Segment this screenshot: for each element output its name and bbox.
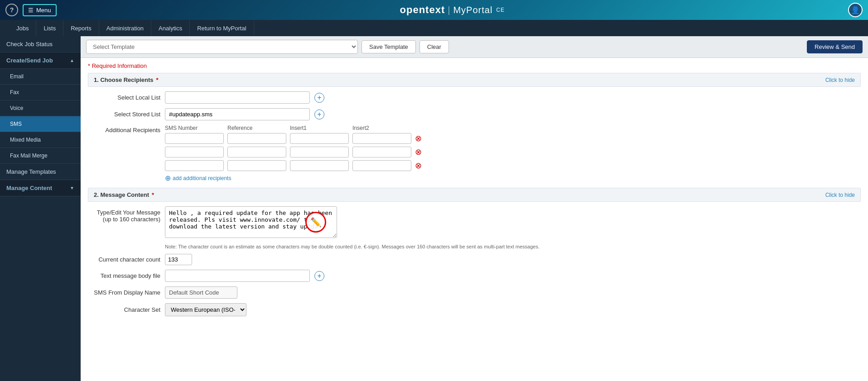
sidebar-item-create-send-job[interactable]: Create/Send Job ▲ xyxy=(0,52,81,69)
text-body-file-row: Text message body file + xyxy=(88,270,861,282)
chevron-down-icon: ▼ xyxy=(70,186,74,190)
remove-recip-3-button[interactable]: ⊗ xyxy=(415,161,422,171)
content-area: Select Template Save Template Clear Revi… xyxy=(81,36,868,381)
recip-row-3: ⊗ xyxy=(165,160,422,171)
brand-opentext: opentext xyxy=(400,4,445,16)
add-stored-list-button[interactable]: + xyxy=(314,110,324,119)
clear-button[interactable]: Clear xyxy=(420,40,449,53)
sidebar-item-manage-templates[interactable]: Manage Templates xyxy=(0,164,81,180)
template-select[interactable]: Select Template xyxy=(86,40,358,54)
recipients-table: SMS Number Reference Insert1 Insert2 ⊗ xyxy=(165,125,422,182)
recip-sms-2[interactable] xyxy=(165,147,224,157)
create-send-job-label: Create/Send Job xyxy=(6,57,53,64)
select-local-list-row: Select Local List + xyxy=(88,91,861,104)
brand-pipe: | xyxy=(448,5,450,15)
nav-reports[interactable]: Reports xyxy=(63,20,99,36)
sidebar-item-mixed-media[interactable]: Mixed Media xyxy=(0,132,81,148)
fax-label: Fax xyxy=(10,89,19,95)
recip-ins1-1[interactable] xyxy=(290,133,349,144)
save-template-button[interactable]: Save Template xyxy=(362,40,416,53)
nav-jobs[interactable]: Jobs xyxy=(9,20,36,36)
sidebar-item-sms[interactable]: SMS xyxy=(0,116,81,132)
pencil-edit-button[interactable]: ✏️ xyxy=(305,212,326,233)
add-recipients-button[interactable]: ⊕ add additional recipients xyxy=(165,174,422,182)
recip-headers: SMS Number Reference Insert1 Insert2 xyxy=(165,125,422,131)
sms-from-row: SMS From Display Name xyxy=(88,286,861,299)
text-body-file-input[interactable] xyxy=(165,270,310,282)
select-stored-list-label: Select Stored List xyxy=(88,111,160,118)
recip-row-1: ⊗ xyxy=(165,133,422,144)
char-count-note: Note: The character count is an estimate… xyxy=(165,244,861,249)
message-content-row: Type/Edit Your Message (up to 160 charac… xyxy=(88,206,861,239)
nav-analytics[interactable]: Analytics xyxy=(151,20,190,36)
fax-mail-merge-label: Fax Mail Merge xyxy=(10,152,48,159)
select-local-list-input[interactable] xyxy=(165,91,310,104)
char-count-input[interactable] xyxy=(165,254,192,265)
recip-row-2: ⊗ xyxy=(165,147,422,157)
recip-ref-1[interactable] xyxy=(227,133,286,144)
top-bar: ? ☰ Menu opentext | MyPortal CE 👤 xyxy=(0,0,868,20)
hamburger-icon: ☰ xyxy=(28,7,34,14)
recip-header-ins1: Insert1 xyxy=(290,125,349,131)
help-button[interactable]: ? xyxy=(5,4,18,16)
charset-row: Character Set Western European (ISO-8859… xyxy=(88,303,861,316)
add-text-body-file-button[interactable]: + xyxy=(314,271,324,281)
char-count-row: Current character count xyxy=(88,254,861,265)
chevron-up-icon: ▲ xyxy=(70,58,74,63)
section2-click-to-hide[interactable]: Click to hide xyxy=(825,192,855,198)
select-stored-list-row: Select Stored List + xyxy=(88,108,861,120)
remove-recip-2-button[interactable]: ⊗ xyxy=(415,147,422,157)
recip-ins2-3[interactable] xyxy=(352,160,411,171)
nav-lists[interactable]: Lists xyxy=(36,20,63,36)
section1-title-text: 1. Choose Recipients xyxy=(94,76,153,83)
charset-label: Character Set xyxy=(88,306,160,313)
mixed-media-label: Mixed Media xyxy=(10,137,41,143)
message-edit-wrap: ✏️ xyxy=(165,206,337,239)
recip-ref-2[interactable] xyxy=(227,147,286,157)
sms-from-input[interactable] xyxy=(165,286,237,299)
nav-administration[interactable]: Administration xyxy=(99,20,151,36)
select-stored-list-input[interactable] xyxy=(165,108,310,120)
sidebar-item-manage-content[interactable]: Manage Content ▼ xyxy=(0,180,81,196)
section2-header: 2. Message Content * Click to hide xyxy=(88,188,861,202)
recip-header-sms: SMS Number xyxy=(165,125,224,131)
plus-circle-icon: ⊕ xyxy=(165,174,171,182)
charset-select[interactable]: Western European (ISO-8859-1) Unicode (U… xyxy=(165,303,246,316)
sms-from-label: SMS From Display Name xyxy=(88,289,160,296)
nav-return-myportal[interactable]: Return to MyPortal xyxy=(190,20,254,36)
recip-ins2-1[interactable] xyxy=(352,133,411,144)
add-local-list-button[interactable]: + xyxy=(314,93,324,103)
recip-sms-1[interactable] xyxy=(165,133,224,144)
review-send-button[interactable]: Review & Send xyxy=(807,40,863,53)
recip-ins1-2[interactable] xyxy=(290,147,349,157)
form-area: * Required Information 1. Choose Recipie… xyxy=(81,58,868,325)
pencil-icon: ✏️ xyxy=(310,217,322,228)
menu-button[interactable]: ☰ Menu xyxy=(23,4,57,16)
toolbar: Select Template Save Template Clear Revi… xyxy=(81,36,868,58)
brand-edition: CE xyxy=(496,7,505,13)
remove-recip-1-button[interactable]: ⊗ xyxy=(415,133,422,143)
sidebar-item-check-job-status[interactable]: Check Job Status xyxy=(0,36,81,52)
section2-required-star: * xyxy=(152,191,154,198)
recip-ins1-3[interactable] xyxy=(290,160,349,171)
recip-header-ref: Reference xyxy=(227,125,286,131)
sidebar-item-voice[interactable]: Voice xyxy=(0,100,81,116)
section1-title: 1. Choose Recipients * xyxy=(94,76,159,83)
brand-area: opentext | MyPortal CE xyxy=(400,4,505,16)
menu-label: Menu xyxy=(36,7,51,14)
user-area: 👤 xyxy=(848,3,863,17)
section1-click-to-hide[interactable]: Click to hide xyxy=(825,77,855,83)
recip-header-ins2: Insert2 xyxy=(352,125,411,131)
recip-sms-3[interactable] xyxy=(165,160,224,171)
recip-ins2-2[interactable] xyxy=(352,147,411,157)
sidebar-item-fax-mail-merge[interactable]: Fax Mail Merge xyxy=(0,148,81,164)
top-bar-left: ? ☰ Menu xyxy=(5,4,57,16)
recip-ref-3[interactable] xyxy=(227,160,286,171)
user-icon[interactable]: 👤 xyxy=(848,3,863,17)
additional-recipients-row: Additional Recipients SMS Number Referen… xyxy=(88,125,861,182)
email-label: Email xyxy=(10,73,24,80)
section2-title: 2. Message Content * xyxy=(94,191,154,198)
main-layout: Check Job Status Create/Send Job ▲ Email… xyxy=(0,36,868,381)
sidebar-item-email[interactable]: Email xyxy=(0,69,81,85)
sidebar-item-fax[interactable]: Fax xyxy=(0,85,81,100)
